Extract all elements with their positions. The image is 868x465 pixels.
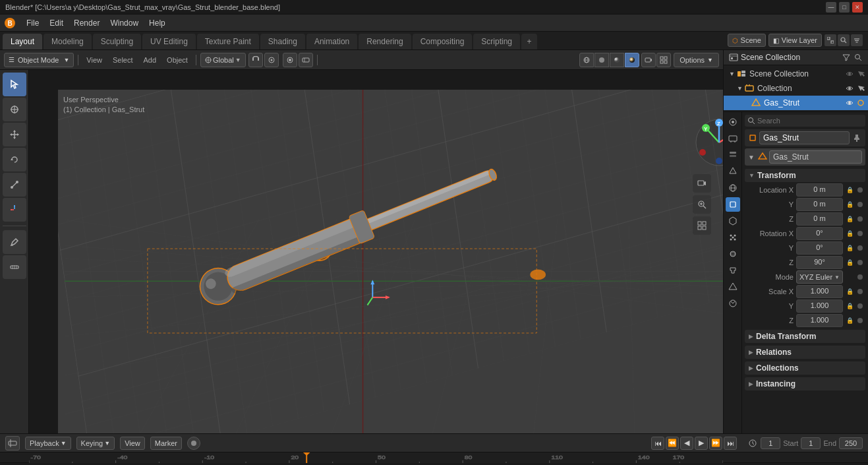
move-tool-btn[interactable]: [3, 123, 26, 146]
add-menu-btn[interactable]: Add: [140, 53, 161, 67]
show-overlay-icon[interactable]: [283, 53, 297, 67]
rotation-mode-dropdown[interactable]: XYZ Euler ▼: [796, 270, 843, 284]
gas-strut-pin-icon[interactable]: [856, 98, 865, 108]
tab-animation[interactable]: Animation: [306, 34, 357, 49]
blender-logo[interactable]: B: [3, 16, 17, 30]
properties-search-input[interactable]: [757, 117, 863, 125]
play-backward-btn[interactable]: ◀: [680, 437, 693, 450]
scale-z-input[interactable]: 1.000: [796, 314, 843, 327]
timeline-type-icon[interactable]: [5, 436, 20, 450]
menu-help[interactable]: Help: [144, 17, 171, 29]
tab-texture-paint[interactable]: Texture Paint: [197, 34, 259, 49]
render-props-icon[interactable]: [726, 115, 740, 129]
transform-section-header[interactable]: ▼ Transform: [745, 169, 865, 182]
material-preview-icon[interactable]: [610, 53, 624, 67]
collections-header[interactable]: ▶ Collections: [745, 361, 865, 375]
rendered-icon[interactable]: [625, 53, 639, 67]
location-x-input[interactable]: 0 m: [796, 183, 843, 197]
location-z-lock[interactable]: 🔒: [846, 215, 854, 223]
scale-x-input[interactable]: 1.000: [796, 285, 843, 298]
tab-modeling[interactable]: Modeling: [43, 34, 92, 49]
scale-y-lock[interactable]: 🔒: [846, 302, 854, 310]
tab-sculpting[interactable]: Sculpting: [93, 34, 141, 49]
physics-props-icon[interactable]: [726, 247, 740, 261]
view-button[interactable]: View: [120, 437, 145, 450]
rotation-x-input[interactable]: 0°: [796, 227, 843, 240]
cursor-tool-btn[interactable]: [3, 98, 26, 121]
scene-filter-icon[interactable]: [842, 53, 851, 62]
output-props-icon[interactable]: [726, 131, 740, 146]
tab-scripting[interactable]: Scripting: [473, 34, 520, 49]
proportional-edit-icon[interactable]: [264, 53, 279, 67]
annotate-tool-btn[interactable]: [3, 230, 26, 254]
rotate-tool-btn[interactable]: [3, 148, 26, 171]
eye-icon[interactable]: [845, 69, 854, 78]
tab-compositing[interactable]: Compositing: [413, 34, 473, 49]
data-props-icon[interactable]: [726, 280, 740, 294]
snap-magnet-icon[interactable]: [248, 53, 263, 67]
location-x-lock[interactable]: 🔒: [846, 186, 854, 194]
data-name-display[interactable]: Gas_Strut: [769, 150, 862, 164]
collection-render-icon[interactable]: [856, 84, 865, 93]
jump-to-start-btn[interactable]: ⏮: [651, 437, 664, 450]
add-workspace-tab[interactable]: +: [521, 34, 537, 49]
location-y-lock[interactable]: 🔒: [846, 201, 854, 208]
playback-button[interactable]: Playback ▼: [25, 437, 71, 450]
object-name-display[interactable]: Gas_Strut: [759, 131, 850, 144]
solid-shading-icon[interactable]: [594, 53, 609, 67]
modifiers-props-icon[interactable]: [726, 214, 740, 228]
prev-keyframe-btn[interactable]: ⏪: [666, 437, 679, 450]
scale-tool-btn[interactable]: [3, 173, 26, 197]
scale-y-input[interactable]: 1.000: [796, 299, 843, 313]
scene-props-icon[interactable]: [726, 164, 740, 179]
wireframe-icon[interactable]: [579, 53, 594, 67]
collection-eye-icon[interactable]: [845, 84, 854, 93]
navigation-gizmo[interactable]: X Y Z: [693, 116, 723, 169]
menu-render[interactable]: Render: [69, 17, 105, 29]
filter-icon[interactable]: [851, 34, 863, 46]
materials-props-icon[interactable]: [726, 296, 740, 311]
jump-to-end-btn[interactable]: ⏭: [724, 437, 737, 450]
object-mode-dropdown[interactable]: ☰ Object Mode ▼: [4, 53, 74, 67]
camera-icon[interactable]: [641, 53, 656, 67]
outliner-collection[interactable]: ▼ Collection: [724, 81, 868, 96]
play-forward-btn[interactable]: ▶: [695, 437, 708, 450]
zoom-in-icon[interactable]: [693, 195, 711, 214]
transform-tool-btn[interactable]: [3, 198, 26, 222]
close-button[interactable]: ✕: [852, 2, 863, 13]
instancing-header[interactable]: ▶ Instancing: [745, 377, 865, 390]
select-menu-btn[interactable]: Select: [109, 53, 137, 67]
outliner-gas-strut[interactable]: ▶ Gas_Strut: [724, 96, 868, 110]
transform-mode-dropdown[interactable]: Global ▼: [200, 53, 246, 67]
tab-rendering[interactable]: Rendering: [359, 34, 411, 49]
location-z-input[interactable]: 0 m: [796, 212, 843, 226]
view-layer-selector[interactable]: ◧ View Layer: [768, 34, 822, 47]
menu-file[interactable]: File: [21, 17, 44, 29]
view-menu-btn[interactable]: View: [82, 53, 106, 67]
current-frame-input[interactable]: 1: [761, 437, 780, 449]
select-tool-btn[interactable]: [3, 73, 26, 96]
object-menu-btn[interactable]: Object: [163, 53, 192, 67]
record-button[interactable]: [187, 437, 200, 450]
constraints-props-icon[interactable]: [726, 263, 740, 278]
start-frame-input[interactable]: 1: [801, 437, 821, 449]
minimize-button[interactable]: —: [826, 2, 836, 13]
end-frame-input[interactable]: 250: [839, 437, 863, 449]
world-props-icon[interactable]: [726, 181, 740, 195]
grid-view-icon[interactable]: [693, 216, 711, 235]
menu-window[interactable]: Window: [105, 17, 144, 29]
rotation-x-lock[interactable]: 🔒: [846, 230, 854, 237]
zoom-camera-icon[interactable]: [693, 174, 711, 193]
measure-tool-btn[interactable]: [3, 255, 26, 279]
gas-strut-eye-icon[interactable]: [845, 98, 854, 108]
relations-header[interactable]: ▶ Relations: [745, 346, 865, 359]
rotation-y-input[interactable]: 0°: [796, 241, 843, 255]
pin-object-icon[interactable]: [852, 133, 862, 143]
next-keyframe-btn[interactable]: ⏩: [709, 437, 722, 450]
keying-button[interactable]: Keying ▼: [76, 437, 115, 450]
maximize-button[interactable]: □: [839, 2, 850, 13]
fullscreen-icon[interactable]: [825, 34, 836, 46]
location-y-input[interactable]: 0 m: [796, 198, 843, 211]
outliner-scene-collection[interactable]: ▼ Scene Collection: [724, 67, 868, 81]
scene-search-icon[interactable]: [854, 53, 863, 62]
